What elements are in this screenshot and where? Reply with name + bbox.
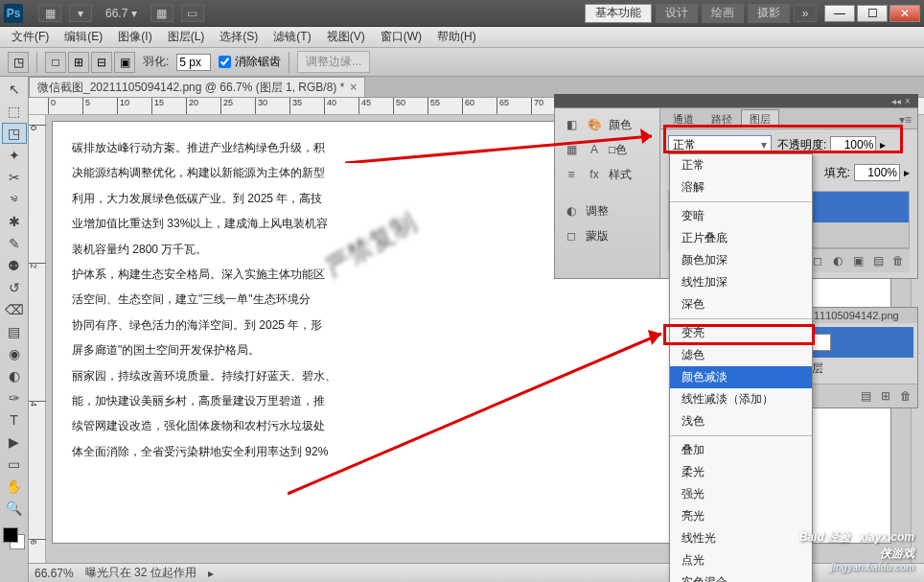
opacity-arrow-icon[interactable]: ▸: [880, 138, 886, 151]
type-tool-icon[interactable]: T: [2, 409, 27, 431]
path-select-tool-icon[interactable]: ▶: [2, 431, 27, 453]
workspace-basic[interactable]: 基本功能: [585, 4, 652, 23]
eyedropper-tool-icon[interactable]: ༄: [2, 189, 27, 210]
panel-btn-color[interactable]: ◧🎨颜色: [555, 112, 659, 137]
sel-add-icon[interactable]: ⊞: [68, 52, 89, 73]
move-tool-icon[interactable]: ↖: [2, 79, 27, 100]
feather-input[interactable]: [176, 54, 211, 71]
blend-item[interactable]: 叠加: [670, 439, 812, 461]
status-zoom[interactable]: 66.67%: [35, 567, 74, 580]
eraser-tool-icon[interactable]: ⌫: [2, 299, 27, 320]
collapse-icon[interactable]: ◂◂: [891, 96, 901, 105]
sel-sub-icon[interactable]: ⊟: [91, 52, 112, 73]
pen-tool-icon[interactable]: ✑: [2, 387, 27, 408]
dodge-tool-icon[interactable]: ◐: [2, 365, 27, 386]
document-tab[interactable]: 微信截图_20211105094142.png @ 66.7% (图层 1, R…: [29, 77, 365, 97]
tab-paths[interactable]: 路径: [703, 109, 741, 128]
minimize-button[interactable]: —: [824, 5, 855, 22]
current-tool-icon[interactable]: ◳: [8, 52, 29, 73]
panel-btn-mask[interactable]: ◻蒙版: [555, 223, 659, 248]
panel-btn-adjust[interactable]: ◐调整: [555, 198, 659, 223]
blend-item[interactable]: 亮光: [670, 505, 812, 527]
close-panel-icon[interactable]: ×: [905, 96, 914, 105]
opacity-input[interactable]: [830, 136, 876, 153]
history-snap-icon[interactable]: ▤: [857, 387, 874, 405]
blend-item[interactable]: 强光: [670, 483, 812, 505]
new-layer-icon[interactable]: ▤: [869, 252, 887, 269]
menu-filter[interactable]: 滤镜(T): [266, 27, 318, 47]
history-del-icon[interactable]: 🗑: [897, 387, 914, 405]
fill-arrow-icon[interactable]: ▸: [904, 166, 910, 179]
workspace-more-icon[interactable]: »: [794, 5, 817, 22]
view-extras-icon[interactable]: ▦: [150, 5, 173, 22]
close-tab-icon[interactable]: ×: [350, 81, 357, 94]
panel-menu-icon[interactable]: ▾≡: [893, 111, 917, 128]
mini-bridge-icon[interactable]: ▦: [38, 5, 61, 22]
blend-item[interactable]: 线性加深: [670, 271, 812, 293]
blend-item[interactable]: 颜色加深: [670, 249, 812, 271]
delete-layer-icon[interactable]: 🗑: [889, 252, 907, 269]
blend-item[interactable]: 浅色: [670, 410, 812, 432]
marquee-tool-icon[interactable]: ⬚: [2, 101, 27, 122]
zoom-tool-icon[interactable]: 🔍: [2, 498, 27, 519]
refine-edge-button[interactable]: 调整边缘...: [297, 51, 370, 73]
menu-window[interactable]: 窗口(W): [373, 27, 429, 47]
blend-item[interactable]: 柔光: [670, 461, 812, 483]
crop-tool-icon[interactable]: ✂: [2, 167, 27, 188]
history-tab[interactable]: 11105094142.png: [808, 308, 917, 323]
blend-item[interactable]: 线性减淡（添加）: [670, 388, 812, 410]
workspace-design[interactable]: 设计: [656, 4, 698, 23]
hand-tool-icon[interactable]: ✋: [2, 476, 27, 497]
sel-new-icon[interactable]: □: [45, 52, 66, 73]
lasso-tool-icon[interactable]: ◳: [2, 123, 27, 144]
menu-select[interactable]: 选择(S): [212, 27, 266, 47]
blend-item-highlighted[interactable]: 颜色减淡: [670, 366, 812, 388]
panel-btn-swatches[interactable]: ▦A□色: [555, 137, 659, 162]
color-swatches[interactable]: [0, 525, 28, 552]
blend-item[interactable]: 正常: [670, 154, 812, 176]
history-item[interactable]: [812, 327, 913, 358]
history-brush-tool-icon[interactable]: ↺: [2, 277, 27, 298]
menu-help[interactable]: 帮助(H): [429, 27, 484, 47]
group-icon[interactable]: ▣: [849, 252, 866, 269]
gradient-tool-icon[interactable]: ▤: [2, 321, 27, 342]
panel-btn-styles[interactable]: ≡fx样式: [555, 162, 659, 187]
blend-item[interactable]: 滤色: [670, 344, 812, 366]
wand-tool-icon[interactable]: ✦: [2, 145, 27, 166]
blur-tool-icon[interactable]: ◉: [2, 343, 27, 364]
stamp-tool-icon[interactable]: ⚉: [2, 255, 27, 276]
history-new-icon[interactable]: ⊞: [877, 387, 894, 405]
blend-mode-select[interactable]: 正常▾: [668, 135, 772, 154]
arrange-docs-icon[interactable]: ▾: [69, 5, 92, 22]
maximize-button[interactable]: ☐: [857, 5, 888, 22]
blend-item[interactable]: 线性光: [670, 527, 812, 549]
brush-tool-icon[interactable]: ✎: [2, 233, 27, 254]
blend-item[interactable]: 溶解: [670, 176, 812, 198]
menu-layer[interactable]: 图层(L): [160, 27, 213, 47]
blend-item[interactable]: 变亮: [670, 322, 812, 344]
heal-tool-icon[interactable]: ✱: [2, 211, 27, 232]
tab-layers[interactable]: 图层: [741, 109, 779, 128]
close-button[interactable]: ✕: [889, 5, 920, 22]
workspace-paint[interactable]: 绘画: [702, 4, 744, 23]
workspace-photo[interactable]: 摄影: [748, 4, 790, 23]
sel-intersect-icon[interactable]: ▣: [114, 52, 135, 73]
blend-item[interactable]: 实色混合: [670, 571, 812, 582]
blend-item[interactable]: 变暗: [670, 205, 812, 227]
status-arrow-icon[interactable]: ▸: [208, 567, 214, 580]
menu-file[interactable]: 文件(F): [4, 27, 57, 47]
menu-image[interactable]: 图像(I): [110, 27, 159, 47]
antialias-checkbox[interactable]: 消除锯齿: [219, 54, 281, 70]
tab-channels[interactable]: 通道: [664, 109, 703, 128]
fill-input[interactable]: [854, 164, 900, 181]
shape-tool-icon[interactable]: ▭: [2, 454, 27, 475]
screen-mode-icon[interactable]: ▭: [181, 5, 204, 22]
blend-item[interactable]: 点光: [670, 549, 812, 571]
adjust-add-icon[interactable]: ◐: [829, 252, 846, 269]
blend-item[interactable]: 正片叠底: [670, 227, 812, 249]
menu-edit[interactable]: 编辑(E): [57, 27, 110, 47]
blend-item[interactable]: 深色: [670, 293, 812, 315]
menu-view[interactable]: 视图(V): [319, 27, 373, 47]
fg-color-swatch[interactable]: [3, 527, 18, 543]
history-item[interactable]: 层: [812, 358, 913, 380]
